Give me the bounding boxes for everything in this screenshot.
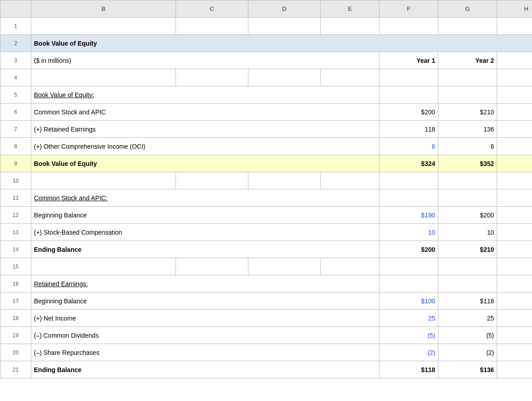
cell-g6[interactable]: $210 (438, 104, 497, 121)
cell-f4[interactable] (380, 69, 438, 86)
col-header-b[interactable]: B (31, 0, 176, 18)
cell-f8[interactable]: 6 (380, 138, 438, 155)
cell-b12[interactable]: Beginning Balance (31, 207, 380, 224)
cell-b15[interactable] (31, 258, 176, 275)
cell-h10[interactable] (497, 172, 532, 189)
cell-c1[interactable] (176, 18, 248, 35)
cell-h12[interactable]: $210 (497, 207, 532, 224)
cell-h11[interactable] (497, 189, 532, 207)
cell-d4[interactable] (248, 69, 321, 86)
col-header-h[interactable]: H (497, 0, 532, 18)
col-header-c[interactable]: C (176, 0, 248, 18)
cell-f20[interactable]: (2) (380, 344, 438, 361)
cell-g11[interactable] (438, 189, 497, 207)
cell-b16[interactable]: Retained Earnings: (31, 275, 380, 292)
cell-b4[interactable] (31, 69, 176, 86)
cell-g15[interactable] (438, 258, 497, 275)
cell-f12[interactable]: $190 (380, 207, 438, 224)
cell-b18[interactable]: (+) Net Income (31, 310, 380, 327)
cell-f15[interactable] (380, 258, 438, 275)
cell-h21[interactable]: $154 (497, 361, 532, 378)
cell-f17[interactable]: $100 (380, 292, 438, 310)
cell-f13[interactable]: 10 (380, 224, 438, 241)
col-header-g[interactable]: G (438, 0, 497, 18)
cell-g1[interactable] (438, 18, 497, 35)
cell-g14[interactable]: $210 (438, 241, 497, 258)
cell-c15[interactable] (176, 258, 248, 275)
cell-b19[interactable]: (–) Common Dividends (31, 327, 380, 344)
cell-f11[interactable] (380, 189, 438, 207)
cell-b20[interactable]: (–) Share Repurchases (31, 344, 380, 361)
cell-b14[interactable]: Ending Balance (31, 241, 380, 258)
cell-g16[interactable] (438, 275, 497, 292)
cell-f21[interactable]: $118 (380, 361, 438, 378)
cell-b3[interactable]: ($ in millions) (31, 52, 380, 69)
cell-b13[interactable]: (+) Stock-Based Compensation (31, 224, 380, 241)
cell-h4[interactable] (497, 69, 532, 86)
cell-f19[interactable]: (5) (380, 327, 438, 344)
cell-h1[interactable] (497, 18, 532, 35)
cell-b17[interactable]: Beginning Balance (31, 292, 380, 310)
cell-g7[interactable]: 136 (438, 121, 497, 138)
cell-g12[interactable]: $200 (438, 207, 497, 224)
cell-g18[interactable]: 25 (438, 310, 497, 327)
cell-h16[interactable] (497, 275, 532, 292)
cell-b11[interactable]: Common Stock and APIC: (31, 189, 380, 207)
cell-f7[interactable]: 118 (380, 121, 438, 138)
cell-g21[interactable]: $136 (438, 361, 497, 378)
cell-e10[interactable] (321, 172, 380, 189)
cell-h9[interactable]: $380 (497, 155, 532, 172)
cell-h18[interactable]: 25 (497, 310, 532, 327)
cell-f5[interactable] (380, 86, 438, 104)
cell-e4[interactable] (321, 69, 380, 86)
cell-e1[interactable] (321, 18, 380, 35)
cell-h13[interactable]: 10 (497, 224, 532, 241)
cell-h8[interactable]: 6 (497, 138, 532, 155)
cell-b9[interactable]: Book Value of Equity (31, 155, 380, 172)
cell-h19[interactable]: (5) (497, 327, 532, 344)
cell-g19[interactable]: (5) (438, 327, 497, 344)
cell-g10[interactable] (438, 172, 497, 189)
cell-d10[interactable] (248, 172, 321, 189)
cell-f18[interactable]: 25 (380, 310, 438, 327)
cell-h7[interactable]: 154 (497, 121, 532, 138)
cell-c4[interactable] (176, 69, 248, 86)
cell-b5[interactable]: Book Value of Equity: (31, 86, 380, 104)
cell-f3[interactable]: Year 1 (380, 52, 438, 69)
cell-h3[interactable]: Year 3 (497, 52, 532, 69)
cell-b6[interactable]: Common Stock and APIC (31, 104, 380, 121)
cell-d15[interactable] (248, 258, 321, 275)
cell-g20[interactable]: (2) (438, 344, 497, 361)
cell-g5[interactable] (438, 86, 497, 104)
cell-b7[interactable]: (+) Retained Earnings (31, 121, 380, 138)
cell-f14[interactable]: $200 (380, 241, 438, 258)
cell-h15[interactable] (497, 258, 532, 275)
cell-h17[interactable]: $136 (497, 292, 532, 310)
cell-b21[interactable]: Ending Balance (31, 361, 380, 378)
cell-f16[interactable] (380, 275, 438, 292)
col-header-e[interactable]: E (321, 0, 380, 18)
col-header-d[interactable]: D (248, 0, 321, 18)
cell-f1[interactable] (380, 18, 438, 35)
cell-b2-title[interactable]: Book Value of Equity (31, 35, 532, 52)
cell-g3[interactable]: Year 2 (438, 52, 497, 69)
cell-c10[interactable] (176, 172, 248, 189)
cell-f10[interactable] (380, 172, 438, 189)
cell-g8[interactable]: 6 (438, 138, 497, 155)
cell-g17[interactable]: $118 (438, 292, 497, 310)
cell-f9[interactable]: $324 (380, 155, 438, 172)
cell-f6[interactable]: $200 (380, 104, 438, 121)
cell-b1[interactable] (31, 18, 176, 35)
cell-g4[interactable] (438, 69, 497, 86)
col-header-f[interactable]: F (380, 0, 438, 18)
cell-e15[interactable] (321, 258, 380, 275)
cell-h5[interactable] (497, 86, 532, 104)
cell-g13[interactable]: 10 (438, 224, 497, 241)
cell-b8[interactable]: (+) Other Comprehensive Income (OCI) (31, 138, 380, 155)
cell-h14[interactable]: $220 (497, 241, 532, 258)
cell-b10[interactable] (31, 172, 176, 189)
cell-d1[interactable] (248, 18, 321, 35)
cell-g9[interactable]: $352 (438, 155, 497, 172)
cell-h6[interactable]: $220 (497, 104, 532, 121)
cell-h20[interactable]: (2) (497, 344, 532, 361)
